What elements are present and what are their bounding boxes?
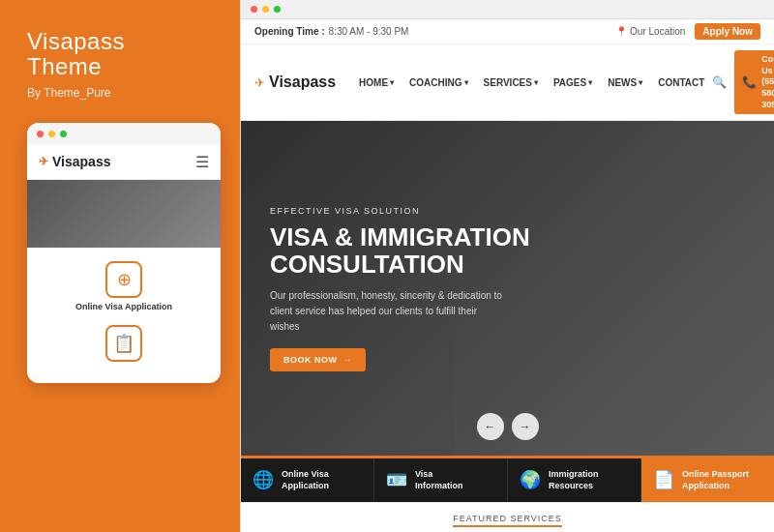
search-icon[interactable]: 🔍 — [712, 75, 727, 89]
nav-item-pages[interactable]: PAGES ▾ — [546, 74, 600, 92]
mobile-content: ⊕ Online Visa Application 📋 — [27, 248, 221, 371]
browser-mockup: Opening Time : 8:30 AM - 9:30 PM 📍 Our L… — [240, 0, 774, 532]
chevron-down-icon: ▾ — [390, 78, 394, 87]
immigration-icon: 🌍 — [520, 469, 541, 490]
hero-title-line2: CONSULTATION — [270, 250, 464, 279]
mobile-logo-icon: ✈ — [39, 155, 48, 168]
mobile-visa-icon: ⊕ — [105, 261, 142, 298]
nav-links: HOME ▾ COACHING ▾ SERVICES ▾ PAGES ▾ NEW… — [351, 74, 712, 92]
title-sub: Theme — [27, 54, 221, 79]
mobile-hamburger-icon[interactable]: ☰ — [195, 153, 209, 171]
services-bar: 🌐 Online VisaApplication 🪪 VisaInformati… — [241, 456, 774, 502]
mobile-visa-label: Online Visa Application — [75, 302, 172, 311]
service-visa-application-label: Online VisaApplication — [282, 468, 329, 492]
browser-dot-red — [251, 6, 257, 13]
theme-author: By Theme_Pure — [27, 86, 221, 100]
nav-item-services[interactable]: SERVICES ▾ — [476, 74, 546, 92]
service-item-visa-info[interactable]: 🪪 VisaInformation — [374, 458, 508, 502]
mobile-chrome-bar — [27, 123, 221, 145]
contact-phone: (555) 5802 3059 — [761, 76, 774, 110]
passport-icon: 📄 — [653, 469, 674, 490]
mobile-mockup: ✈ Visapass ☰ ⊕ Online Visa Application 📋 — [27, 123, 221, 383]
chevron-down-icon: ▾ — [464, 78, 468, 87]
contact-label: Contact Us — [761, 54, 774, 76]
featured-services-label: FEATURED SERVICES — [453, 514, 562, 527]
opening-time-section: Opening Time : 8:30 AM - 9:30 PM — [254, 26, 408, 37]
mobile-logo-text: Visapass — [52, 154, 110, 169]
hero-bg-image — [454, 121, 774, 455]
mobile-icon-block-2: 📋 — [105, 325, 142, 362]
chevron-down-icon: ▾ — [588, 78, 592, 87]
location-label: Our Location — [630, 26, 685, 37]
nav-item-coaching[interactable]: COACHING ▾ — [402, 74, 475, 92]
dot-red — [37, 131, 44, 137]
nav-contact-block: 📞 Contact Us (555) 5802 3059 — [734, 50, 774, 114]
service-item-immigration[interactable]: 🌍 ImmigrationResources — [508, 458, 641, 502]
hero-label: EFFECTIVE VISA SOLUTION — [270, 206, 745, 216]
apply-now-button[interactable]: Apply Now — [695, 23, 760, 40]
mobile-logo: ✈ Visapass — [39, 154, 110, 169]
browser-dot-green — [274, 6, 281, 13]
service-item-passport[interactable]: 📄 Online PassportApplication — [641, 458, 774, 502]
phone-icon: 📞 — [742, 75, 757, 89]
dot-yellow — [48, 131, 55, 137]
nav-contact-info: Contact Us (555) 5802 3059 — [761, 54, 774, 110]
mobile-hero-image — [27, 180, 221, 248]
mobile-doc-icon: 📋 — [105, 325, 142, 362]
nav-logo-icon: ✈ — [254, 75, 265, 90]
mobile-icon-block-1: ⊕ Online Visa Application — [75, 261, 172, 311]
book-now-button[interactable]: BOOK NOW → — [270, 348, 366, 371]
top-info-bar: Opening Time : 8:30 AM - 9:30 PM 📍 Our L… — [241, 19, 774, 44]
title-main: Visapass — [27, 29, 221, 54]
featured-services-bar: FEATURED SERVICES — [241, 502, 774, 532]
left-panel: Visapass Theme By Theme_Pure ✈ Visapass … — [0, 0, 240, 532]
service-immigration-label: ImmigrationResources — [549, 468, 599, 492]
theme-title: Visapass Theme — [27, 29, 221, 80]
nav-item-contact[interactable]: CONTACT — [650, 74, 712, 92]
nav-right-section: 🔍 📞 Contact Us (555) 5802 3059 — [712, 50, 774, 114]
nav-logo[interactable]: ✈ Visapass — [254, 74, 336, 91]
main-nav: ✈ Visapass HOME ▾ COACHING ▾ SERVICES ▾ … — [241, 44, 774, 121]
visa-information-icon: 🪪 — [386, 469, 407, 490]
hero-section: EFFECTIVE VISA SOLUTION VISA & IMMIGRATI… — [241, 121, 774, 455]
dot-green — [60, 131, 67, 137]
service-visa-info-label: VisaInformation — [415, 468, 463, 492]
browser-dot-yellow — [262, 6, 269, 13]
chevron-down-icon: ▾ — [534, 78, 538, 87]
nav-item-news[interactable]: NEWS ▾ — [600, 74, 650, 92]
book-now-label: BOOK NOW — [283, 355, 338, 365]
prev-slide-button[interactable]: ← — [477, 413, 504, 440]
location-pin-icon: 📍 — [615, 26, 627, 37]
visa-application-icon: 🌐 — [253, 469, 274, 490]
arrow-right-icon: → — [343, 355, 353, 365]
service-passport-label: Online PassportApplication — [682, 468, 749, 492]
nav-logo-text: Visapass — [269, 74, 336, 91]
opening-label: Opening Time : — [254, 26, 325, 37]
top-bar-right: 📍 Our Location Apply Now — [615, 23, 760, 40]
opening-time-value: 8:30 AM - 9:30 PM — [329, 26, 409, 37]
service-item-visa-application[interactable]: 🌐 Online VisaApplication — [241, 458, 374, 502]
next-slide-button[interactable]: → — [512, 413, 539, 440]
mobile-nav: ✈ Visapass ☰ — [27, 145, 221, 180]
hero-arrow-controls: ← → — [477, 413, 539, 440]
chevron-down-icon: ▾ — [639, 78, 642, 87]
nav-item-home[interactable]: HOME ▾ — [351, 74, 402, 92]
browser-chrome-bar — [241, 0, 774, 19]
location-text: 📍 Our Location — [615, 26, 685, 37]
mobile-hero-bg — [27, 180, 221, 248]
